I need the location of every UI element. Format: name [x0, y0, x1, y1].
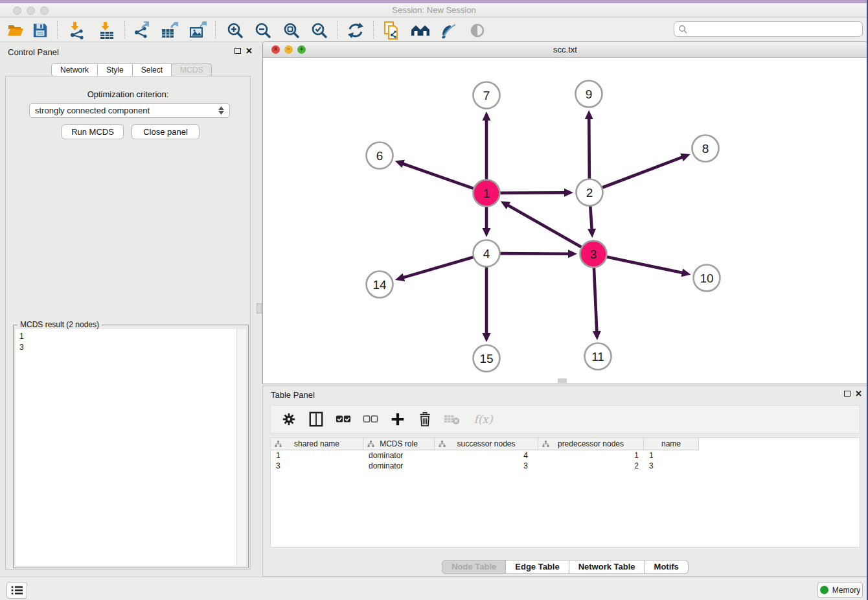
- column-header-predecessor-nodes[interactable]: predecessor nodes: [538, 438, 644, 450]
- import-network-button[interactable]: [67, 20, 87, 41]
- close-window-button[interactable]: [13, 6, 21, 15]
- graph-edge-2-3[interactable]: [590, 205, 591, 230]
- app-title: Session: New Session: [0, 3, 868, 17]
- cell-predecessor-nodes[interactable]: 1: [538, 450, 644, 461]
- delete-column-button[interactable]: [416, 410, 434, 428]
- eye-icon: [469, 22, 486, 39]
- cell-name[interactable]: 3: [644, 461, 699, 471]
- show-style-button[interactable]: [438, 20, 459, 41]
- maximize-view-button[interactable]: +: [297, 45, 306, 54]
- search-box[interactable]: [674, 21, 863, 37]
- tab-mcds[interactable]: MCDS: [172, 63, 212, 76]
- column-header-name[interactable]: name: [644, 438, 699, 450]
- graph-edge-2-8[interactable]: [601, 157, 683, 188]
- criterion-select[interactable]: strongly connected component: [29, 103, 230, 118]
- graph-edge-4-3[interactable]: [499, 253, 569, 254]
- graph-node-label: 14: [372, 278, 387, 292]
- open-session-button[interactable]: [5, 20, 26, 41]
- import-table-button[interactable]: [97, 20, 117, 41]
- graph-edge-4-14[interactable]: [403, 257, 475, 277]
- zoom-fit-button[interactable]: [281, 20, 302, 41]
- graph-edge-3-10[interactable]: [606, 257, 683, 273]
- delete-table-button[interactable]: [443, 410, 461, 428]
- close-panel-icon[interactable]: ✕: [246, 48, 253, 54]
- table-panel-title: Table Panel: [271, 390, 315, 400]
- tab-style[interactable]: Style: [98, 63, 133, 76]
- close-panel-button[interactable]: Close panel: [131, 124, 200, 139]
- add-column-button[interactable]: [389, 410, 407, 428]
- tab-node-table[interactable]: Node Table: [442, 560, 506, 574]
- float-panel-icon[interactable]: [234, 48, 241, 54]
- tab-network[interactable]: Network: [51, 63, 98, 76]
- deselect-all-rows-button[interactable]: [361, 410, 380, 428]
- float-table-panel-icon[interactable]: [844, 391, 851, 397]
- cell-successor-nodes[interactable]: 3: [435, 461, 538, 471]
- hide-graphics-button[interactable]: [467, 20, 488, 41]
- export-table-button[interactable]: [159, 20, 180, 41]
- graph-edge-1-2[interactable]: [499, 192, 565, 193]
- graph-edge-3-11[interactable]: [594, 266, 597, 332]
- graph-edge-3-1[interactable]: [507, 205, 582, 248]
- export-image-button[interactable]: [188, 20, 209, 41]
- graph-edge-1-6[interactable]: [402, 163, 475, 189]
- open-folder-icon: [7, 22, 24, 39]
- tab-edge-table[interactable]: Edge Table: [506, 560, 569, 574]
- panel-splitter[interactable]: [257, 303, 262, 314]
- apply-layout-button[interactable]: [345, 20, 366, 41]
- network-canvas[interactable]: 7968124314101511: [263, 58, 867, 384]
- cell-shared-name[interactable]: 3: [271, 461, 363, 471]
- run-mcds-button[interactable]: Run MCDS: [62, 124, 124, 139]
- column-header-shared-name[interactable]: shared name: [271, 438, 363, 450]
- save-session-button[interactable]: [30, 20, 51, 41]
- memory-button[interactable]: Memory: [817, 582, 863, 598]
- select-stepper-icon: [218, 106, 224, 115]
- columns-icon: [308, 411, 324, 427]
- search-input[interactable]: [687, 23, 862, 35]
- network-window-titlebar[interactable]: × − + scc.txt: [263, 42, 867, 58]
- select-all-rows-button[interactable]: [334, 410, 352, 428]
- column-manager-button[interactable]: [307, 410, 325, 428]
- zoom-window-button[interactable]: [40, 6, 49, 15]
- clone-network-button[interactable]: [382, 20, 402, 41]
- graph-edge-arrowhead: [395, 160, 405, 168]
- hierarchy-icon: [367, 441, 374, 448]
- close-view-button[interactable]: ×: [271, 45, 280, 54]
- zoom-in-button[interactable]: [225, 20, 246, 41]
- table-row[interactable]: 1 dominator 4 1 1: [271, 450, 860, 461]
- column-header-successor-nodes[interactable]: successor nodes: [435, 438, 538, 450]
- view-resize-grip[interactable]: [558, 378, 567, 383]
- zoom-out-button[interactable]: [253, 20, 273, 41]
- graph-edge-arrowhead: [483, 228, 491, 237]
- graph-node-label: 15: [479, 352, 493, 365]
- result-scrollbar[interactable]: [237, 329, 246, 566]
- show-panels-button[interactable]: [6, 582, 27, 599]
- tab-network-table[interactable]: Network Table: [569, 560, 645, 574]
- cyndex-browse-button[interactable]: [410, 20, 431, 41]
- graph-edge-arrowhead: [588, 229, 596, 238]
- minimize-view-button[interactable]: −: [284, 45, 293, 54]
- zoom-selected-button[interactable]: [309, 20, 330, 41]
- function-builder-button[interactable]: f(x): [470, 410, 496, 428]
- graph-node-label: 10: [700, 271, 713, 285]
- minimize-window-button[interactable]: [27, 6, 35, 15]
- table-toolbar: f(x): [270, 405, 860, 433]
- column-settings-button[interactable]: [280, 410, 298, 428]
- mcds-tab-content: Optimization criterion: strongly connect…: [5, 76, 251, 570]
- cell-mcds-role[interactable]: dominator: [363, 450, 435, 461]
- cell-shared-name[interactable]: 1: [271, 450, 363, 461]
- tab-motifs[interactable]: Motifs: [645, 560, 689, 574]
- table-row[interactable]: 3 dominator 3 2 3: [271, 461, 860, 471]
- export-network-button[interactable]: [131, 20, 152, 41]
- cell-name[interactable]: 1: [644, 450, 699, 461]
- cell-successor-nodes[interactable]: 4: [435, 450, 538, 461]
- tab-select[interactable]: Select: [133, 63, 172, 76]
- network-view-window: × − + scc.txt 7968124314101511: [262, 41, 868, 384]
- mcds-result-list[interactable]: 1 3: [16, 329, 237, 566]
- graph-edge-2-9[interactable]: [589, 118, 589, 180]
- close-table-panel-icon[interactable]: ✕: [855, 391, 862, 397]
- cell-mcds-role[interactable]: dominator: [363, 461, 435, 471]
- cell-predecessor-nodes[interactable]: 2: [538, 461, 644, 471]
- column-header-mcds-role[interactable]: MCDS role: [363, 438, 435, 450]
- hierarchy-icon: [439, 441, 446, 448]
- graph-node-label: 3: [590, 248, 597, 261]
